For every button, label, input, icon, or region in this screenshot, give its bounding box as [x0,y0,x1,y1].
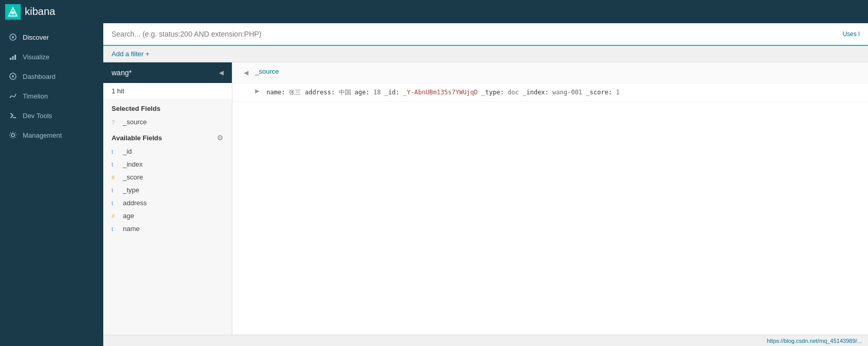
hits-bar: 1 hit [103,83,232,100]
field-key-index: _index: [523,89,553,96]
field-key-score: _score: [586,89,616,96]
svg-rect-5 [12,56,14,60]
sidebar-item-timelion[interactable]: Timelion [0,86,103,106]
field-val-age: 18 [373,89,385,96]
field-item-index[interactable]: t _index [103,158,232,171]
field-val-name: 张三 [289,89,305,96]
add-filter-button[interactable]: Add a filter + [112,50,149,58]
svg-point-8 [12,75,14,77]
bottom-bar: https://blog.csdn.net/mq_45143989/... [103,335,868,346]
result-source-label: _source [255,68,279,75]
sidebar-item-dashboard[interactable]: Dashboard [0,67,103,86]
sidebar: Discover Visualize Dashboard Timelion De… [0,23,103,346]
field-key-address: address: [305,89,339,96]
field-type-t-address: t [112,200,119,206]
field-name-id: _id [123,147,132,155]
kibana-logo-icon [5,4,21,20]
search-area: Uses l Add a filter + [103,23,868,62]
discover-icon [8,32,18,42]
field-name-source: _source [123,118,147,126]
field-val-score: 1 [616,89,620,96]
field-type-hash-age: # [112,213,119,219]
field-name-name: name [123,225,140,233]
field-type-question: ? [112,119,119,125]
sidebar-item-visualize[interactable]: Visualize [0,47,103,67]
field-name-address: address [123,199,147,207]
main-layout: Discover Visualize Dashboard Timelion De… [0,23,868,346]
visualize-icon [8,52,18,61]
bottom-url: https://blog.csdn.net/mq_45143989/... [767,338,862,344]
hits-count: 1 hit [112,87,124,95]
field-item-age[interactable]: # age [103,209,232,222]
results-panel: ◀ _source ▶ name: 张三 address: 中国 age: 18… [232,62,868,335]
field-name-age: age [123,212,134,220]
selected-field-source[interactable]: ? _source [103,116,232,128]
search-input[interactable] [103,23,834,45]
svg-rect-6 [14,55,16,60]
field-val-index: wang-001 [553,89,586,96]
sidebar-label-visualize: Visualize [23,53,50,61]
field-name-type: _type [123,186,139,194]
gear-icon[interactable]: ⚙ [217,134,224,142]
field-type-t-id: t [112,149,119,155]
index-selector[interactable]: wang* ◀ [103,62,232,83]
selected-fields-header: Selected Fields [103,100,232,116]
svg-point-10 [11,134,14,137]
svg-rect-4 [10,58,11,60]
sidebar-label-management: Management [23,131,62,139]
field-item-id[interactable]: t _id [103,145,232,158]
field-key-id: _id: [385,89,403,96]
search-row: Uses l [103,23,868,46]
devtools-icon [8,111,18,120]
field-type-t-index: t [112,161,119,168]
available-fields-header: Available Fields ⚙ [103,128,232,145]
field-name-score: _score [123,173,143,181]
svg-point-1 [11,11,14,14]
sidebar-label-timelion: Timelion [23,92,48,100]
result-source-row: ◀ _source [232,62,868,84]
app-name: kibana [25,6,55,18]
field-type-t-type: t [112,187,119,193]
svg-point-3 [12,36,14,38]
dashboard-icon [8,72,18,81]
field-type-hash-score: # [112,174,119,180]
field-item-name[interactable]: t name [103,222,232,235]
sidebar-item-discover[interactable]: Discover [0,27,103,47]
field-type-t-name: t [112,226,119,232]
field-item-score[interactable]: # _score [103,171,232,184]
timelion-icon [8,91,18,101]
field-val-address: 中国 [339,89,355,96]
sidebar-label-devtools: Dev Tools [23,112,52,120]
inner-layout: wang* ◀ 1 hit Selected Fields ? _source … [103,62,868,335]
logo-area: kibana [5,4,88,20]
left-panel: wang* ◀ 1 hit Selected Fields ? _source … [103,62,232,335]
sidebar-item-devtools[interactable]: Dev Tools [0,106,103,125]
field-val-id: _Y-AbnUBm135s7YWUjqD [403,89,482,96]
filter-row: Add a filter + [103,46,868,62]
collapse-arrow-icon: ◀ [219,69,224,76]
field-name-index: _index [123,160,143,168]
field-key-type: _type: [482,89,508,96]
field-item-type[interactable]: t _type [103,184,232,196]
available-fields-title: Available Fields [112,134,162,142]
search-suffix: Uses l [834,30,868,38]
sidebar-label-discover: Discover [23,34,49,41]
management-icon [8,130,18,140]
field-key-age: age: [355,89,373,96]
field-key-name: name: [266,89,289,96]
index-name: wang* [112,69,132,77]
content-area: Uses l Add a filter + wang* ◀ 1 hit [103,23,868,346]
expand-record-icon[interactable]: ▶ [255,88,262,94]
result-row: ▶ name: 张三 address: 中国 age: 18 _id: _Y-A… [232,84,868,102]
collapse-panel-icon[interactable]: ◀ [241,68,251,78]
sidebar-label-dashboard: Dashboard [23,73,56,80]
add-filter-label: Add a filter + [112,50,149,58]
top-bar: kibana [0,0,868,23]
field-val-type: doc [508,89,523,96]
field-item-address[interactable]: t address [103,196,232,209]
sidebar-item-management[interactable]: Management [0,125,103,145]
result-content: name: 张三 address: 中国 age: 18 _id: _Y-Abn… [266,88,620,97]
